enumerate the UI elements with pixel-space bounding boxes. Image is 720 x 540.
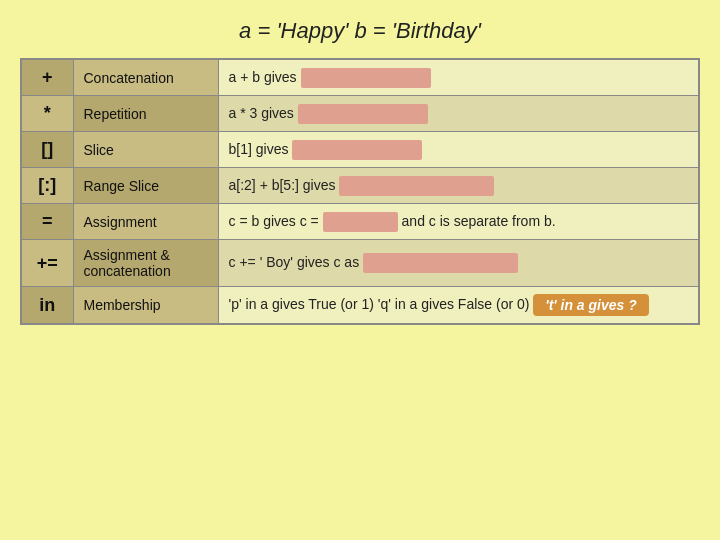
operator-description: a + b gives	[218, 59, 699, 96]
operator-name: Assignment	[73, 204, 218, 240]
operator-name: Range Slice	[73, 168, 218, 204]
desc-prefix: a[:2] + b[5:] gives	[229, 176, 340, 192]
desc-prefix: c += ' Boy' gives c as	[229, 254, 364, 270]
desc-text: 'p' in a gives True (or 1) 'q' in a give…	[229, 296, 534, 312]
operator-symbol: +	[21, 59, 73, 96]
operator-symbol: +=	[21, 240, 73, 287]
result-box	[363, 253, 518, 273]
main-table-container: +Concatenationa + b gives *Repetitiona *…	[20, 58, 700, 325]
operators-table: +Concatenationa + b gives *Repetitiona *…	[20, 58, 700, 325]
operator-description: b[1] gives	[218, 132, 699, 168]
desc-prefix: a + b gives	[229, 68, 301, 84]
result-box	[339, 176, 494, 196]
operator-name: Concatenation	[73, 59, 218, 96]
operator-symbol: =	[21, 204, 73, 240]
operator-symbol: []	[21, 132, 73, 168]
operator-name: Repetition	[73, 96, 218, 132]
operator-symbol: in	[21, 287, 73, 325]
desc-suffix: and c is separate from b.	[398, 212, 556, 228]
result-tag: 't' in a gives ?	[533, 294, 648, 316]
operator-description: a[:2] + b[5:] gives	[218, 168, 699, 204]
desc-prefix: a * 3 gives	[229, 104, 298, 120]
operator-name: Assignment & concatenation	[73, 240, 218, 287]
operator-description: a * 3 gives	[218, 96, 699, 132]
operator-symbol: *	[21, 96, 73, 132]
operator-name: Membership	[73, 287, 218, 325]
desc-prefix: c = b gives c =	[229, 212, 323, 228]
result-box	[292, 140, 422, 160]
operator-description: c += ' Boy' gives c as	[218, 240, 699, 287]
operator-description: 'p' in a gives True (or 1) 'q' in a give…	[218, 287, 699, 325]
result-box	[298, 104, 428, 124]
desc-prefix: b[1] gives	[229, 140, 293, 156]
result-box	[301, 68, 431, 88]
operator-name: Slice	[73, 132, 218, 168]
operator-symbol: [:]	[21, 168, 73, 204]
result-box	[323, 212, 398, 232]
operator-description: c = b gives c = and c is separate from b…	[218, 204, 699, 240]
page-title: a = 'Happy' b = 'Birthday'	[239, 18, 481, 44]
